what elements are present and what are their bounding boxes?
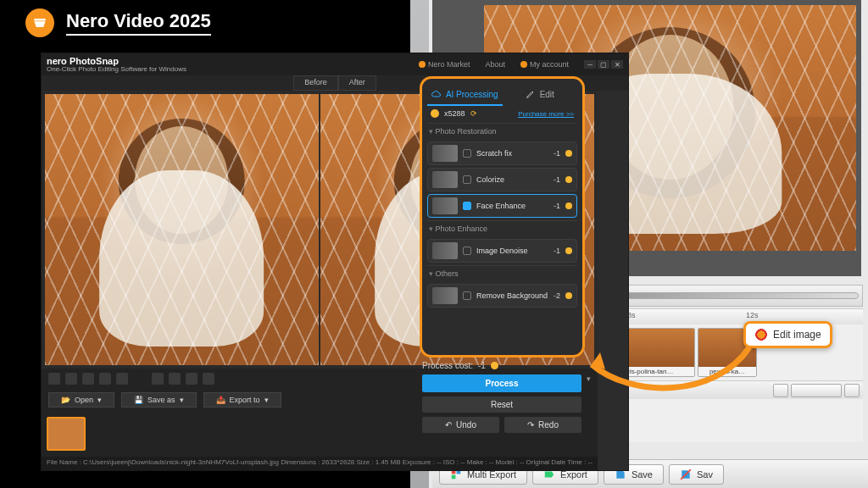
zoom-slider[interactable] bbox=[791, 384, 842, 397]
ai-option-face-enhance[interactable]: Face Enhance-1 bbox=[427, 194, 577, 218]
option-thumb bbox=[432, 145, 458, 162]
ai-option-colorize[interactable]: Colorize-1 bbox=[427, 168, 577, 191]
option-cost: -1 bbox=[554, 202, 560, 210]
option-cost: -1 bbox=[554, 175, 560, 184]
product-banner: Nero Video 2025 bbox=[25, 8, 211, 37]
before-image[interactable] bbox=[45, 94, 319, 365]
process-button[interactable]: Process bbox=[422, 374, 581, 392]
section-header: ▾ Photo Restoration bbox=[427, 123, 577, 139]
view-mode-icon[interactable] bbox=[82, 373, 94, 385]
account-link[interactable]: My account bbox=[520, 60, 569, 69]
close-button[interactable]: ✕ bbox=[611, 60, 623, 69]
undo-button[interactable]: ↶ Undo bbox=[422, 417, 499, 433]
svg-rect-2 bbox=[452, 474, 456, 479]
coin-icon bbox=[565, 176, 572, 183]
nero-market-link[interactable]: Nero Market bbox=[419, 60, 470, 69]
option-label: Remove Background bbox=[476, 291, 548, 300]
option-label: Scratch fix bbox=[476, 149, 548, 158]
option-cost: -1 bbox=[554, 149, 560, 158]
coin-icon bbox=[565, 202, 572, 209]
after-tab[interactable]: After bbox=[338, 75, 376, 91]
option-thumb bbox=[432, 287, 458, 304]
option-label: Colorize bbox=[476, 175, 548, 184]
svg-line-3 bbox=[681, 469, 691, 480]
app-tagline: One-Click Photo Editing Software for Win… bbox=[47, 66, 186, 73]
refresh-icon[interactable]: ⟳ bbox=[470, 109, 477, 118]
credits-row: x5288 ⟳ Purchase more >> bbox=[427, 106, 577, 123]
scrub-slider[interactable] bbox=[604, 292, 859, 299]
checkbox[interactable] bbox=[463, 247, 471, 255]
purchase-link[interactable]: Purchase more >> bbox=[518, 110, 574, 118]
ai-option-remove-background[interactable]: Remove Background-2 bbox=[427, 284, 577, 308]
flip-icon[interactable] bbox=[186, 373, 198, 385]
process-cost-row: Process cost: -1 bbox=[422, 361, 581, 370]
ai-option-scratch-fix[interactable]: Scratch fix-1 bbox=[427, 141, 577, 165]
ruler-mark: 12s bbox=[746, 311, 759, 319]
thumbnail[interactable] bbox=[47, 417, 86, 451]
about-link[interactable]: About bbox=[485, 60, 505, 69]
zoom-in-button[interactable] bbox=[844, 384, 860, 397]
chevron-down-icon[interactable]: ▾ bbox=[587, 374, 591, 383]
play-icon[interactable] bbox=[203, 373, 214, 385]
save-as-button[interactable]: 💾 Save as ▾ bbox=[121, 392, 197, 408]
open-button[interactable]: 📂 Open ▾ bbox=[48, 392, 114, 408]
zoom-out-button[interactable] bbox=[773, 384, 788, 397]
ai-processing-panel: AI Processing Edit x5288 ⟳ Purchase more… bbox=[420, 76, 585, 358]
maximize-button[interactable]: ▢ bbox=[598, 60, 609, 69]
option-cost: -1 bbox=[554, 247, 560, 255]
checkbox[interactable] bbox=[463, 291, 471, 300]
redo-button[interactable]: ↷ Redo bbox=[504, 417, 581, 433]
coin-icon bbox=[565, 247, 572, 254]
ai-bottom-controls: Process cost: -1 Process Reset ↶ Undo ↷ … bbox=[422, 361, 581, 433]
option-label: Face Enhance bbox=[476, 202, 548, 210]
export-to-button[interactable]: 📤 Export to ▾ bbox=[203, 392, 281, 408]
checkbox[interactable] bbox=[463, 149, 471, 158]
save-disabled-button[interactable]: Sav bbox=[669, 464, 724, 485]
coin-icon bbox=[491, 362, 498, 369]
minimize-button[interactable]: ─ bbox=[584, 60, 596, 69]
view-mode-icon[interactable] bbox=[65, 373, 77, 385]
rotate-left-icon[interactable] bbox=[152, 373, 164, 385]
view-mode-icon[interactable] bbox=[99, 373, 111, 385]
option-thumb bbox=[432, 197, 458, 214]
ai-option-image-denoise[interactable]: Image Denoise-1 bbox=[427, 239, 577, 263]
view-mode-icon[interactable] bbox=[116, 373, 128, 385]
section-header: ▾ Photo Enhance bbox=[427, 220, 577, 236]
checkbox[interactable] bbox=[463, 202, 471, 210]
coin-icon bbox=[431, 109, 439, 118]
product-title: Nero Video 2025 bbox=[66, 10, 211, 36]
view-mode-icon[interactable] bbox=[48, 373, 60, 385]
option-label: Image Denoise bbox=[476, 247, 548, 255]
before-tab[interactable]: Before bbox=[293, 75, 338, 91]
coin-icon bbox=[565, 292, 572, 299]
edit-image-popup[interactable]: Edit image bbox=[743, 321, 832, 348]
edit-tab[interactable]: Edit bbox=[503, 84, 578, 106]
window-titlebar[interactable]: nero PhotoSnap One-Click Photo Editing S… bbox=[42, 53, 628, 75]
section-header: ▾ Others bbox=[427, 265, 577, 281]
credits-amount: x5288 bbox=[444, 109, 465, 118]
option-thumb bbox=[432, 171, 458, 188]
option-cost: -2 bbox=[554, 291, 560, 300]
coin-icon bbox=[565, 150, 572, 157]
reset-button[interactable]: Reset bbox=[422, 396, 581, 413]
option-thumb bbox=[432, 242, 458, 259]
nero-logo-icon bbox=[25, 8, 54, 37]
status-bar: File Name : C:\Users\jueenj\Downloads\ni… bbox=[42, 457, 598, 470]
ai-processing-tab[interactable]: AI Processing bbox=[427, 84, 503, 106]
checkbox[interactable] bbox=[463, 175, 471, 184]
rotate-right-icon[interactable] bbox=[169, 373, 181, 385]
edit-image-icon bbox=[754, 328, 768, 341]
